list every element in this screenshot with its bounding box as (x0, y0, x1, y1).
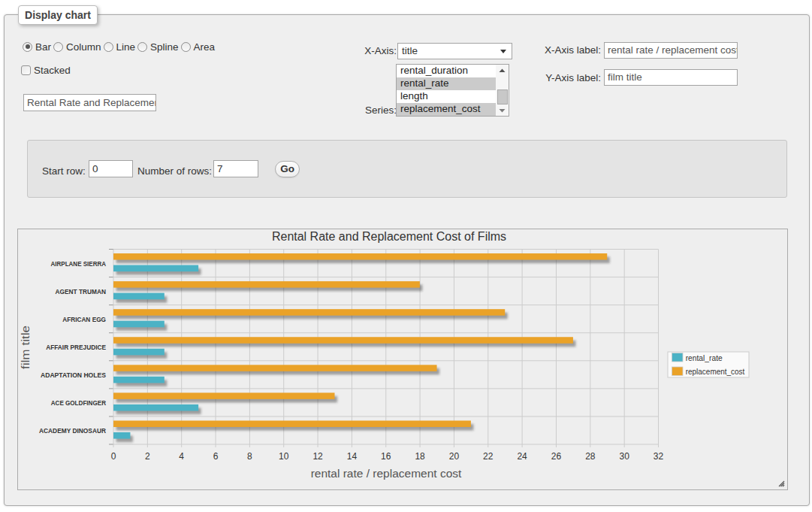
svg-text:16: 16 (381, 451, 391, 462)
svg-text:ACE GOLDFINGER: ACE GOLDFINGER (51, 399, 107, 407)
svg-text:14: 14 (347, 451, 358, 462)
svg-text:rental rate / replacement cost: rental rate / replacement cost (311, 467, 462, 480)
svg-text:30: 30 (619, 451, 629, 462)
svg-text:AFFAIR PREJUDICE: AFFAIR PREJUDICE (46, 344, 106, 351)
svg-text:ACADEMY DINOSAUR: ACADEMY DINOSAUR (39, 427, 106, 435)
svg-text:12: 12 (312, 451, 323, 462)
svg-text:32: 32 (654, 451, 664, 462)
svg-text:24: 24 (517, 451, 527, 462)
svg-text:8: 8 (247, 451, 252, 462)
svg-text:AFRICAN EGG: AFRICAN EGG (62, 316, 106, 323)
svg-text:0: 0 (111, 451, 116, 462)
svg-text:Rental Rate and Replacement Co: Rental Rate and Replacement Cost of Film… (272, 230, 506, 243)
svg-text:20: 20 (449, 451, 460, 462)
svg-text:22: 22 (483, 451, 494, 462)
svg-text:rental_rate: rental_rate (686, 353, 723, 362)
svg-text:28: 28 (585, 451, 596, 462)
svg-text:18: 18 (415, 451, 425, 462)
svg-text:4: 4 (179, 451, 184, 462)
svg-text:10: 10 (279, 451, 289, 462)
svg-text:ADAPTATION HOLES: ADAPTATION HOLES (41, 371, 106, 379)
svg-text:film title: film title (19, 326, 32, 369)
svg-text:replacement_cost: replacement_cost (686, 367, 745, 376)
svg-text:6: 6 (213, 451, 219, 462)
svg-text:2: 2 (145, 451, 150, 462)
svg-text:AIRPLANE SIERRA: AIRPLANE SIERRA (51, 260, 107, 268)
svg-text:26: 26 (551, 451, 562, 462)
svg-text:AGENT TRUMAN: AGENT TRUMAN (56, 288, 107, 295)
